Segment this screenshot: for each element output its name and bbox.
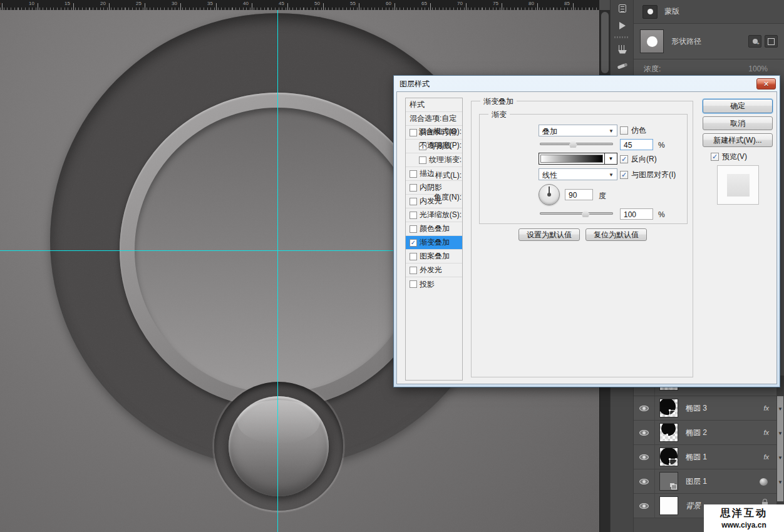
visibility-cell[interactable] [634, 494, 655, 518]
styles-list-item-drop-shadow[interactable]: ✓投影 [406, 277, 462, 291]
reverse-checkbox[interactable]: ✓ 反向(R) [620, 154, 657, 165]
checkbox[interactable]: ✓ [620, 126, 628, 135]
gradient-style-select[interactable]: 线性 ▼ [539, 168, 617, 180]
angle-input[interactable]: 90 [565, 189, 593, 200]
layer-name[interactable]: 椭圆 2 [686, 427, 707, 438]
sphere-badge-icon[interactable] [760, 478, 768, 486]
layer-thumbnail[interactable] [659, 448, 678, 466]
layer-name[interactable]: 图层 1 [686, 476, 707, 487]
dither-checkbox[interactable]: ✓ 仿色 [620, 125, 646, 136]
ruler-label: 45 [279, 1, 284, 6]
eye-icon[interactable] [639, 503, 649, 509]
checkbox[interactable]: ✓ [410, 239, 417, 247]
blend-mode-select[interactable]: 叠加 ▼ [539, 125, 617, 136]
layer-name[interactable]: 椭圆 1 [686, 452, 707, 463]
layer-row-ellipse2[interactable]: 椭圆 2 fx ▼ [634, 421, 784, 445]
layer-row-layer1[interactable]: 图层 1 ▼ [634, 469, 784, 494]
align-with-layer-checkbox[interactable]: ✓ 与图层对齐(I) [620, 170, 676, 180]
checkbox[interactable]: ✓ [620, 171, 628, 179]
shape-path-thumbnail[interactable] [640, 29, 664, 53]
vertical-guide[interactable] [277, 10, 278, 532]
masks-panel-header[interactable]: 蒙版 [634, 0, 784, 24]
layer-thumbnail[interactable] [659, 399, 678, 417]
layers-scrollbar-thumb[interactable] [777, 396, 783, 501]
fx-expander-icon[interactable]: ▼ [778, 431, 783, 436]
layer-row-ellipse1[interactable]: 椭圆 1 fx ▼ [634, 445, 784, 469]
cancel-button[interactable]: 取消 [703, 116, 773, 130]
styles-list-item-gradient-overlay[interactable]: ✓渐变叠加 [406, 236, 462, 250]
ok-button[interactable]: 确定 [703, 99, 773, 113]
visibility-cell[interactable] [634, 421, 655, 444]
layer-thumbnail[interactable] [659, 423, 678, 442]
visibility-cell[interactable] [634, 445, 655, 469]
layer-row-ellipse3[interactable]: 椭圆 3 fx ▼ [634, 396, 784, 421]
opacity-input[interactable]: 45 [620, 139, 653, 150]
styles-list-item-pattern-overlay[interactable]: ✓图案叠加 [406, 250, 462, 263]
opacity-slider[interactable] [540, 140, 613, 148]
styles-list-item-outer-glow[interactable]: ✓外发光 [406, 263, 462, 277]
slider-groove [540, 212, 613, 215]
gradient-picker[interactable]: ▼ [539, 153, 617, 165]
checkbox[interactable]: ✓ [711, 153, 719, 161]
horizontal-ruler[interactable]: 5 10 15 20 25 30 35 40 45 50 55 60 65 70… [0, 0, 599, 10]
styles-list-item-styles[interactable]: 样式 [406, 98, 462, 112]
density-value[interactable]: 100% [748, 64, 768, 73]
play-icon [619, 22, 626, 29]
close-button[interactable]: ✕ [756, 78, 776, 90]
ruler-label: 50 [314, 1, 320, 6]
visibility-cell[interactable] [634, 469, 655, 493]
ruler-label: 70 [457, 1, 463, 6]
scale-label: 缩放(S): [398, 210, 462, 220]
brush-panel-icon[interactable] [611, 41, 634, 58]
actions-panel-icon[interactable] [611, 17, 634, 34]
photoshop-workspace: 5 10 15 20 25 30 35 40 45 50 55 60 65 70… [0, 0, 784, 532]
fx-expander-icon[interactable]: ▼ [778, 455, 783, 461]
set-as-default-button[interactable]: 设置为默认值 [518, 228, 580, 241]
checkbox[interactable]: ✓ [410, 225, 417, 233]
checkbox[interactable]: ✓ [410, 253, 417, 260]
history-panel-icon[interactable] [611, 0, 634, 17]
layer-thumbnail[interactable] [659, 496, 678, 515]
fx-badge[interactable]: fx [763, 453, 769, 461]
scale-slider[interactable] [540, 210, 613, 217]
checkbox[interactable]: ✓ [410, 280, 417, 288]
ruler-label: 80 [529, 1, 534, 6]
angle-dial[interactable] [539, 184, 560, 205]
eye-icon[interactable] [639, 479, 649, 484]
fx-badge[interactable]: fx [763, 404, 769, 412]
slider-thumb[interactable] [582, 210, 590, 217]
preview-checkbox[interactable]: ✓ 预览(V) [711, 151, 747, 162]
fx-expander-icon[interactable]: ▼ [778, 479, 783, 485]
ruler-major-ticks [0, 3, 599, 10]
eye-icon[interactable] [639, 454, 649, 460]
new-style-button[interactable]: 新建样式(W)... [703, 133, 773, 147]
clone-source-panel-icon[interactable] [611, 58, 634, 74]
styles-list-item-color-overlay[interactable]: ✓颜色叠加 [406, 222, 462, 236]
scrollbar-thumb[interactable] [601, 12, 609, 73]
scale-input[interactable]: 100 [620, 208, 653, 220]
checkbox[interactable]: ✓ [410, 267, 417, 274]
chevron-down-icon: ▼ [609, 128, 614, 134]
checkbox[interactable]: ✓ [410, 184, 417, 192]
eye-icon[interactable] [639, 406, 649, 411]
layer-name[interactable]: 椭圆 3 [686, 403, 707, 414]
reset-to-default-button[interactable]: 复位为默认值 [585, 228, 647, 241]
slider-thumb[interactable] [569, 140, 577, 148]
dialog-titlebar[interactable]: 图层样式 ✕ [394, 76, 780, 91]
opacity-unit: % [658, 141, 665, 150]
fx-expander-icon[interactable]: ▼ [778, 406, 783, 412]
layer-name[interactable]: 背景 [686, 501, 701, 511]
eye-icon[interactable] [639, 430, 649, 436]
gradient-swatch[interactable] [539, 153, 605, 165]
visibility-cell[interactable] [634, 396, 655, 420]
fx-badge[interactable]: fx [763, 429, 769, 436]
shape-path-row[interactable]: 形状路径 + [634, 24, 784, 59]
layer-thumbnail[interactable] [659, 472, 678, 491]
styles-list-item-blending-options[interactable]: 混合选项:自定 [406, 112, 462, 126]
dock-grip[interactable] [614, 36, 629, 38]
history-icon [619, 4, 626, 13]
checkbox[interactable]: ✓ [620, 155, 628, 163]
chevron-down-icon[interactable]: ▼ [605, 153, 617, 165]
add-pixel-mask-button[interactable]: + [748, 35, 761, 48]
add-vector-mask-button[interactable] [765, 35, 778, 48]
